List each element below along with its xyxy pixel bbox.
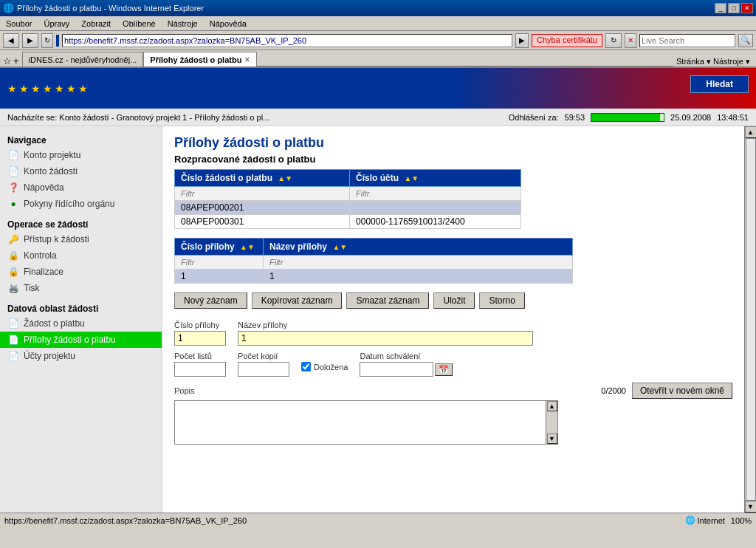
sidebar-label-tisk: Tisk bbox=[24, 283, 40, 293]
doc-icon-3: 📄 bbox=[7, 318, 19, 329]
pocet-kopii-input[interactable] bbox=[238, 362, 289, 377]
sort-arrows-4[interactable]: ▲▼ bbox=[332, 243, 347, 251]
add-tab-icon[interactable]: + bbox=[13, 55, 19, 66]
minimize-button[interactable]: _ bbox=[715, 3, 726, 13]
scroll-up-button[interactable]: ▲ bbox=[745, 126, 757, 138]
table1-filter-col2[interactable] bbox=[356, 189, 515, 198]
address-input[interactable] bbox=[62, 34, 512, 47]
zoom-level: 100% bbox=[731, 516, 752, 525]
tab-idnes-label: iDNES.cz - nejdůvěryhodněj... bbox=[29, 55, 137, 64]
nazev-prilohy-label: Název přílohy bbox=[238, 321, 533, 329]
table2-row1-col1: 1 bbox=[175, 270, 264, 284]
copy-button[interactable]: Kopírovat záznam bbox=[252, 292, 343, 309]
sidebar-item-kontrola[interactable]: 🔒 Kontrola bbox=[0, 247, 162, 264]
new-button[interactable]: Nový záznam bbox=[174, 292, 247, 309]
menu-upravy[interactable]: Úpravy bbox=[41, 18, 72, 29]
logout-label: Odhlášení za: bbox=[509, 113, 559, 122]
sidebar-item-tisk[interactable]: 🖨️ Tisk bbox=[0, 280, 162, 296]
table-row[interactable]: 08APEP000301 000000-11765910013/2400 bbox=[175, 215, 521, 229]
go-button[interactable]: ▶ bbox=[515, 33, 529, 48]
table1-filter-col1[interactable] bbox=[181, 189, 343, 198]
status-url: https://benefit7.mssf.cz/zadost.aspx?zal… bbox=[4, 516, 685, 525]
table2-row[interactable]: 1 1 bbox=[175, 270, 573, 284]
scroll-down-icon[interactable]: ▼ bbox=[547, 434, 557, 444]
forward-button[interactable]: ▶ bbox=[22, 33, 38, 48]
datum-schvaleni-input[interactable] bbox=[360, 362, 433, 377]
otevrit-button[interactable]: Otevřít v novém okně bbox=[632, 383, 732, 399]
sidebar-item-prilohy[interactable]: 📄 Přílohy žádosti o platbu bbox=[0, 332, 162, 348]
dolozena-checkbox-row: Doložena bbox=[301, 362, 348, 371]
tab-prilohy[interactable]: Přílohy žádosti o platbu ✕ bbox=[143, 52, 257, 66]
back-button[interactable]: ◀ bbox=[3, 33, 19, 48]
star3: ★ bbox=[31, 83, 41, 95]
doc-icon-1: 📄 bbox=[7, 149, 19, 161]
sidebar-label-konto-projektu: Konto projektu bbox=[24, 150, 80, 160]
sidebar-item-konto-zadosti[interactable]: 📄 Konto žádostí bbox=[0, 163, 162, 179]
key-icon: 🔑 bbox=[7, 233, 19, 245]
search-button[interactable]: 🔍 bbox=[738, 34, 753, 47]
page-title: Přílohy žádosti o platbu bbox=[174, 135, 732, 151]
scroll-up-icon[interactable]: ▲ bbox=[547, 401, 557, 411]
menu-bar: Soubor Úpravy Zobrazit Oblíbené Nástroje… bbox=[0, 16, 756, 31]
dolozena-checkbox[interactable] bbox=[301, 362, 311, 371]
refresh2-button[interactable]: ↻ bbox=[605, 33, 622, 48]
tools-menu-icon[interactable]: Nástroje ▾ bbox=[713, 57, 750, 66]
table2-filter-col2[interactable] bbox=[269, 258, 566, 267]
datum-calendar-button[interactable]: 📅 bbox=[435, 363, 453, 376]
sort-arrows-3[interactable]: ▲▼ bbox=[240, 243, 255, 251]
menu-zobrazit[interactable]: Zobrazit bbox=[78, 18, 114, 29]
table2-col2-header: Název přílohy ▲▼ bbox=[264, 239, 573, 256]
search-input[interactable] bbox=[639, 34, 735, 47]
star6: ★ bbox=[66, 83, 76, 95]
menu-nastroje[interactable]: Nástroje bbox=[165, 18, 201, 29]
breadcrumb-link1[interactable]: Konto žádostí bbox=[59, 113, 109, 122]
refresh-button[interactable]: ↻ bbox=[41, 33, 53, 48]
table2-filter-col1[interactable] bbox=[181, 258, 257, 267]
table-zadosti: Číslo žádosti o platbu ▲▼ Číslo účtu ▲▼ … bbox=[174, 169, 521, 229]
cislo-prilohy-input[interactable] bbox=[174, 331, 226, 346]
sidebar-item-konto-projektu[interactable]: 📄 Konto projektu bbox=[0, 147, 162, 163]
popis-scrollbar: ▲ ▼ bbox=[546, 401, 557, 444]
pocet-kopii-label: Počet kopií bbox=[238, 352, 289, 360]
tab-idnes[interactable]: iDNES.cz - nejdůvěryhodněj... bbox=[22, 52, 144, 66]
ie-icon: 🌐 bbox=[3, 3, 14, 13]
sort-arrows-2[interactable]: ▲▼ bbox=[404, 174, 419, 182]
sidebar-label-prilohy: Přílohy žádosti o platbu bbox=[24, 335, 116, 345]
scroll-down-button[interactable]: ▼ bbox=[745, 501, 757, 513]
maximize-button[interactable]: □ bbox=[728, 3, 740, 13]
sidebar-label-pokyny: Pokyny řídícího orgánu bbox=[24, 199, 114, 209]
table-row[interactable]: 08APEP000201 bbox=[175, 201, 521, 215]
favorites-star-icon[interactable]: ☆ bbox=[3, 55, 12, 66]
status-right: 🌐 Internet 100% bbox=[685, 516, 752, 525]
sidebar-item-napoveda[interactable]: ❓ Nápověda bbox=[0, 179, 162, 196]
page-menu-icon[interactable]: Stránka ▾ bbox=[676, 57, 711, 66]
tab-close-icon[interactable]: ✕ bbox=[244, 56, 250, 64]
close-button[interactable]: ✕ bbox=[741, 3, 753, 13]
star5: ★ bbox=[55, 83, 64, 95]
popis-textarea[interactable] bbox=[175, 401, 557, 444]
cert-warning-button[interactable]: Chyba certifikátu bbox=[532, 34, 602, 47]
form-row-2: Počet listů Počet kopií Doložena Datum s… bbox=[174, 352, 732, 377]
sidebar-item-finalizace[interactable]: 🔒 Finalizace bbox=[0, 264, 162, 280]
sidebar-item-ucty[interactable]: 📄 Účty projektu bbox=[0, 348, 162, 364]
sidebar-item-zadost-platbu[interactable]: 📄 Žádost o platbu bbox=[0, 315, 162, 332]
popis-area: Popis 0/2000 Otevřít v novém okně ▲ ▼ bbox=[174, 383, 732, 445]
content-area: Přílohy žádosti o platbu Rozpracované žá… bbox=[162, 126, 744, 513]
scroll-track[interactable] bbox=[746, 138, 756, 501]
delete-button[interactable]: Smazat záznam bbox=[346, 292, 429, 309]
row2-col2: 000000-11765910013/2400 bbox=[350, 215, 521, 229]
menu-soubor[interactable]: Soubor bbox=[3, 18, 35, 29]
nazev-prilohy-input[interactable] bbox=[238, 331, 533, 346]
menu-napoveda[interactable]: Nápověda bbox=[207, 18, 250, 29]
pocet-listu-label: Počet listů bbox=[174, 352, 226, 360]
pocet-listu-input[interactable] bbox=[174, 362, 226, 377]
sidebar-item-pristup[interactable]: 🔑 Přístup k žádosti bbox=[0, 231, 162, 247]
save-button[interactable]: Uložit bbox=[433, 292, 475, 309]
sidebar-item-pokyny[interactable]: ● Pokyny řídícího orgánu bbox=[0, 196, 162, 212]
stop-button[interactable]: ✕ bbox=[625, 33, 636, 48]
app-search-button[interactable]: Hledat bbox=[690, 75, 749, 93]
cancel-button[interactable]: Storno bbox=[479, 292, 524, 309]
sort-arrows-1[interactable]: ▲▼ bbox=[278, 174, 292, 182]
field-pocet-listu: Počet listů bbox=[174, 352, 226, 377]
menu-oblibene[interactable]: Oblíbené bbox=[120, 18, 159, 29]
